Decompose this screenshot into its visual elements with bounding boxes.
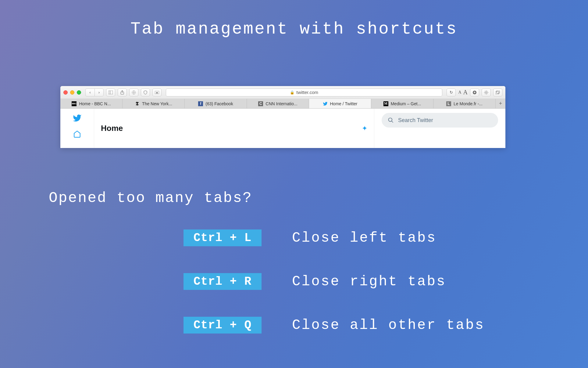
- svg-line-14: [485, 91, 485, 92]
- sparkle-icon[interactable]: ✦: [362, 124, 367, 132]
- svg-point-9: [486, 92, 487, 93]
- bookmarks-button[interactable]: [152, 88, 162, 96]
- text-larger-icon: A: [463, 89, 468, 96]
- cnn-favicon: C: [258, 101, 263, 106]
- slide-title: Tab management with shortcuts: [0, 20, 588, 39]
- twitter-rightcol: Search Twitter: [374, 109, 505, 148]
- tab-label: Medium – Get...: [391, 101, 421, 106]
- svg-rect-18: [496, 91, 499, 94]
- tab-label: CNN Internatio...: [265, 101, 297, 106]
- settings-button[interactable]: [482, 88, 491, 96]
- reader-text-size[interactable]: A A: [458, 89, 468, 96]
- shortcut-key: Ctrl + L: [184, 229, 262, 246]
- home-icon[interactable]: [73, 130, 81, 140]
- address-url: twitter.com: [296, 90, 318, 95]
- shortcut-row: Ctrl + L Close left tabs: [184, 229, 485, 246]
- close-window-button[interactable]: [63, 90, 68, 95]
- svg-line-21: [392, 121, 393, 123]
- forward-button[interactable]: ›: [94, 88, 104, 96]
- downloads-button[interactable]: [470, 88, 479, 96]
- tab-label: Home / Twitter: [330, 101, 358, 106]
- lemonde-favicon: L: [446, 101, 451, 106]
- svg-point-20: [389, 118, 392, 122]
- tab-cnn[interactable]: C CNN Internatio...: [247, 99, 309, 108]
- shortcut-desc: Close right tabs: [292, 274, 446, 290]
- share-button[interactable]: [118, 88, 127, 96]
- tab-bar: BBC Home - BBC N... 𝕿 The New York... f …: [60, 99, 505, 109]
- twitter-logo-icon[interactable]: [73, 114, 82, 124]
- tab-label: Le Monde.fr -...: [454, 101, 483, 106]
- privacy-report-button[interactable]: [141, 88, 150, 96]
- svg-marker-6: [156, 92, 158, 94]
- tab-facebook[interactable]: f (63) Facebook: [185, 99, 247, 108]
- show-all-tabs-button[interactable]: [493, 88, 502, 96]
- slide-subtitle: Opened too many tabs?: [49, 190, 252, 206]
- svg-rect-19: [497, 91, 500, 93]
- search-icon: [388, 117, 394, 123]
- reload-button[interactable]: ↻: [447, 88, 456, 96]
- twitter-favicon: [323, 101, 328, 106]
- website-settings-button[interactable]: [129, 88, 138, 96]
- twitter-main: Home ✦: [94, 109, 374, 148]
- browser-window: ‹ › 🔒 twitter.com ↻ A A: [60, 86, 505, 148]
- maximize-window-button[interactable]: [77, 90, 81, 95]
- page-content: Home ✦ Search Twitter: [60, 109, 505, 148]
- tab-label: The New York...: [142, 101, 172, 106]
- tab-medium[interactable]: M Medium – Get...: [371, 99, 433, 108]
- lock-icon: 🔒: [290, 90, 294, 95]
- nyt-favicon: 𝕿: [135, 101, 140, 106]
- tab-nyt[interactable]: 𝕿 The New York...: [123, 99, 185, 108]
- medium-favicon: M: [383, 101, 388, 106]
- shortcut-key: Ctrl + R: [184, 273, 262, 290]
- browser-toolbar: ‹ › 🔒 twitter.com ↻ A A: [60, 86, 505, 99]
- address-bar[interactable]: 🔒 twitter.com: [166, 88, 442, 96]
- search-input[interactable]: Search Twitter: [382, 113, 498, 128]
- shortcuts-list: Ctrl + L Close left tabs Ctrl + R Close …: [184, 229, 485, 334]
- page-heading: Home: [101, 124, 123, 133]
- new-tab-button[interactable]: +: [496, 99, 505, 108]
- tab-label: Home - BBC N...: [79, 101, 111, 106]
- shortcut-row: Ctrl + R Close right tabs: [184, 273, 485, 290]
- svg-line-16: [485, 93, 485, 94]
- tab-label: (63) Facebook: [205, 101, 233, 106]
- window-controls: [63, 90, 81, 95]
- back-button[interactable]: ‹: [85, 88, 94, 96]
- facebook-favicon: f: [198, 101, 203, 106]
- shortcut-key: Ctrl + Q: [184, 317, 262, 334]
- tab-lemonde[interactable]: L Le Monde.fr -...: [433, 99, 496, 108]
- tab-twitter[interactable]: Home / Twitter: [309, 99, 371, 108]
- minimize-window-button[interactable]: [70, 90, 74, 95]
- bbc-favicon: BBC: [72, 101, 77, 106]
- text-smaller-icon: A: [458, 90, 461, 95]
- svg-line-17: [487, 91, 488, 92]
- search-placeholder: Search Twitter: [398, 117, 433, 124]
- svg-rect-0: [109, 91, 113, 94]
- twitter-sidebar: [60, 109, 94, 148]
- shortcut-desc: Close left tabs: [292, 230, 437, 246]
- shortcut-desc: Close all other tabs: [292, 317, 485, 333]
- svg-line-15: [487, 93, 488, 94]
- tab-bbc[interactable]: BBC Home - BBC N...: [60, 99, 123, 108]
- shortcut-row: Ctrl + Q Close all other tabs: [184, 317, 485, 334]
- nav-buttons: ‹ ›: [85, 88, 104, 96]
- sidebar-button[interactable]: [106, 88, 115, 96]
